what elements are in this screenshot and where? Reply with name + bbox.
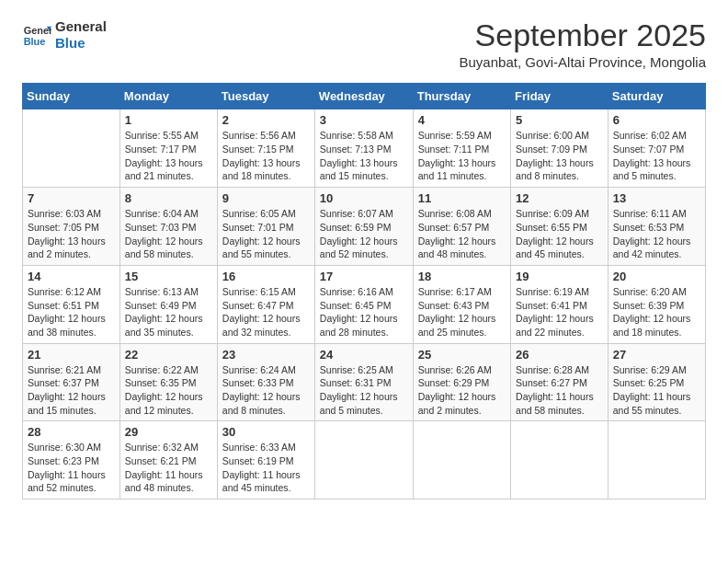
calendar-cell: 22Sunrise: 6:22 AM Sunset: 6:35 PM Dayli…: [119, 343, 217, 421]
day-info: Sunrise: 6:33 AM Sunset: 6:19 PM Dayligh…: [222, 441, 310, 495]
week-row-5: 28Sunrise: 6:30 AM Sunset: 6:23 PM Dayli…: [23, 421, 706, 500]
week-row-1: 1Sunrise: 5:55 AM Sunset: 7:17 PM Daylig…: [23, 109, 706, 188]
calendar-cell: 8Sunrise: 6:04 AM Sunset: 7:03 PM Daylig…: [119, 188, 217, 266]
logo-text-general: General: [55, 18, 107, 35]
logo: General Blue General Blue: [22, 18, 107, 52]
day-info: Sunrise: 6:09 AM Sunset: 6:55 PM Dayligh…: [516, 207, 603, 261]
weekday-header-saturday: Saturday: [608, 84, 705, 109]
calendar-cell: [314, 421, 413, 500]
calendar-cell: 4Sunrise: 5:59 AM Sunset: 7:11 PM Daylig…: [413, 109, 510, 188]
calendar-cell: 24Sunrise: 6:25 AM Sunset: 6:31 PM Dayli…: [314, 343, 413, 421]
day-info: Sunrise: 6:30 AM Sunset: 6:23 PM Dayligh…: [28, 441, 115, 495]
day-number: 9: [222, 191, 310, 205]
calendar-cell: [413, 421, 510, 500]
calendar-cell: 14Sunrise: 6:12 AM Sunset: 6:51 PM Dayli…: [23, 265, 120, 343]
day-info: Sunrise: 6:04 AM Sunset: 7:03 PM Dayligh…: [125, 207, 212, 261]
day-number: 14: [28, 270, 115, 283]
calendar-cell: 25Sunrise: 6:26 AM Sunset: 6:29 PM Dayli…: [413, 343, 510, 421]
day-info: Sunrise: 6:25 AM Sunset: 6:31 PM Dayligh…: [320, 363, 408, 418]
day-number: 25: [418, 348, 506, 362]
day-number: 5: [516, 113, 603, 127]
day-info: Sunrise: 6:16 AM Sunset: 6:45 PM Dayligh…: [320, 285, 408, 339]
calendar-cell: 5Sunrise: 6:00 AM Sunset: 7:09 PM Daylig…: [511, 109, 609, 188]
day-info: Sunrise: 6:02 AM Sunset: 7:07 PM Dayligh…: [613, 129, 700, 183]
logo-text-blue: Blue: [55, 35, 107, 52]
day-info: Sunrise: 6:20 AM Sunset: 6:39 PM Dayligh…: [613, 285, 700, 339]
day-info: Sunrise: 6:00 AM Sunset: 7:09 PM Dayligh…: [516, 129, 603, 183]
day-number: 21: [28, 348, 115, 362]
day-info: Sunrise: 6:15 AM Sunset: 6:47 PM Dayligh…: [222, 285, 310, 339]
title-block: September 2025 Buyanbat, Govi-Altai Prov…: [460, 18, 706, 70]
calendar-cell: 23Sunrise: 6:24 AM Sunset: 6:33 PM Dayli…: [217, 343, 314, 421]
day-number: 26: [516, 348, 603, 362]
calendar-cell: [23, 109, 120, 188]
day-number: 22: [125, 348, 212, 362]
day-info: Sunrise: 5:58 AM Sunset: 7:13 PM Dayligh…: [320, 129, 408, 183]
weekday-header-row: SundayMondayTuesdayWednesdayThursdayFrid…: [23, 84, 706, 109]
day-info: Sunrise: 6:19 AM Sunset: 6:41 PM Dayligh…: [516, 285, 603, 339]
day-info: Sunrise: 5:55 AM Sunset: 7:17 PM Dayligh…: [125, 129, 212, 183]
svg-text:Blue: Blue: [24, 36, 46, 47]
day-number: 30: [222, 425, 310, 439]
day-number: 20: [613, 270, 700, 283]
calendar-cell: 28Sunrise: 6:30 AM Sunset: 6:23 PM Dayli…: [23, 421, 120, 500]
calendar-body: 1Sunrise: 5:55 AM Sunset: 7:17 PM Daylig…: [23, 109, 706, 500]
day-number: 16: [222, 270, 310, 283]
day-info: Sunrise: 6:26 AM Sunset: 6:29 PM Dayligh…: [418, 363, 506, 418]
day-number: 11: [418, 191, 506, 205]
calendar-cell: 20Sunrise: 6:20 AM Sunset: 6:39 PM Dayli…: [608, 265, 705, 343]
calendar-cell: 16Sunrise: 6:15 AM Sunset: 6:47 PM Dayli…: [217, 265, 314, 343]
day-info: Sunrise: 6:12 AM Sunset: 6:51 PM Dayligh…: [28, 285, 115, 339]
day-number: 7: [28, 191, 115, 205]
calendar-cell: 12Sunrise: 6:09 AM Sunset: 6:55 PM Dayli…: [511, 188, 609, 266]
week-row-2: 7Sunrise: 6:03 AM Sunset: 7:05 PM Daylig…: [23, 188, 706, 266]
main-title: September 2025: [460, 18, 706, 52]
day-info: Sunrise: 6:03 AM Sunset: 7:05 PM Dayligh…: [28, 207, 115, 261]
weekday-header-monday: Monday: [119, 84, 217, 109]
day-number: 18: [418, 270, 506, 283]
weekday-header-wednesday: Wednesday: [314, 84, 413, 109]
day-info: Sunrise: 6:13 AM Sunset: 6:49 PM Dayligh…: [125, 285, 212, 339]
calendar-cell: 18Sunrise: 6:17 AM Sunset: 6:43 PM Dayli…: [413, 265, 510, 343]
week-row-3: 14Sunrise: 6:12 AM Sunset: 6:51 PM Dayli…: [23, 265, 706, 343]
day-number: 15: [125, 270, 212, 283]
calendar-cell: 30Sunrise: 6:33 AM Sunset: 6:19 PM Dayli…: [217, 421, 314, 500]
calendar-cell: [511, 421, 609, 500]
calendar-cell: 3Sunrise: 5:58 AM Sunset: 7:13 PM Daylig…: [314, 109, 413, 188]
day-info: Sunrise: 6:17 AM Sunset: 6:43 PM Dayligh…: [418, 285, 506, 339]
day-number: 27: [613, 348, 700, 362]
calendar-cell: 10Sunrise: 6:07 AM Sunset: 6:59 PM Dayli…: [314, 188, 413, 266]
day-number: 1: [125, 113, 212, 127]
calendar-cell: 13Sunrise: 6:11 AM Sunset: 6:53 PM Dayli…: [608, 188, 705, 266]
calendar-cell: 9Sunrise: 6:05 AM Sunset: 7:01 PM Daylig…: [217, 188, 314, 266]
day-number: 4: [418, 113, 506, 127]
day-info: Sunrise: 6:07 AM Sunset: 6:59 PM Dayligh…: [320, 207, 408, 261]
day-info: Sunrise: 6:22 AM Sunset: 6:35 PM Dayligh…: [125, 363, 212, 418]
day-number: 10: [320, 191, 408, 205]
day-number: 28: [28, 425, 115, 439]
day-number: 13: [613, 191, 700, 205]
day-number: 3: [320, 113, 408, 127]
calendar-cell: 7Sunrise: 6:03 AM Sunset: 7:05 PM Daylig…: [23, 188, 120, 266]
day-info: Sunrise: 6:32 AM Sunset: 6:21 PM Dayligh…: [125, 441, 212, 495]
header: General Blue General Blue September 2025…: [22, 18, 706, 70]
calendar-cell: 21Sunrise: 6:21 AM Sunset: 6:37 PM Dayli…: [23, 343, 120, 421]
calendar-cell: 27Sunrise: 6:29 AM Sunset: 6:25 PM Dayli…: [608, 343, 705, 421]
calendar-cell: 11Sunrise: 6:08 AM Sunset: 6:57 PM Dayli…: [413, 188, 510, 266]
day-number: 29: [125, 425, 212, 439]
logo-icon: General Blue: [22, 20, 51, 50]
subtitle: Buyanbat, Govi-Altai Province, Mongolia: [460, 54, 706, 70]
day-number: 12: [516, 191, 603, 205]
day-info: Sunrise: 5:56 AM Sunset: 7:15 PM Dayligh…: [222, 129, 310, 183]
day-number: 2: [222, 113, 310, 127]
calendar-cell: 15Sunrise: 6:13 AM Sunset: 6:49 PM Dayli…: [119, 265, 217, 343]
day-number: 24: [320, 348, 408, 362]
day-info: Sunrise: 5:59 AM Sunset: 7:11 PM Dayligh…: [418, 129, 506, 183]
weekday-header-tuesday: Tuesday: [217, 84, 314, 109]
day-number: 8: [125, 191, 212, 205]
calendar-cell: [608, 421, 705, 500]
calendar-cell: 19Sunrise: 6:19 AM Sunset: 6:41 PM Dayli…: [511, 265, 609, 343]
day-info: Sunrise: 6:05 AM Sunset: 7:01 PM Dayligh…: [222, 207, 310, 261]
day-number: 23: [222, 348, 310, 362]
calendar-table: SundayMondayTuesdayWednesdayThursdayFrid…: [22, 83, 706, 500]
